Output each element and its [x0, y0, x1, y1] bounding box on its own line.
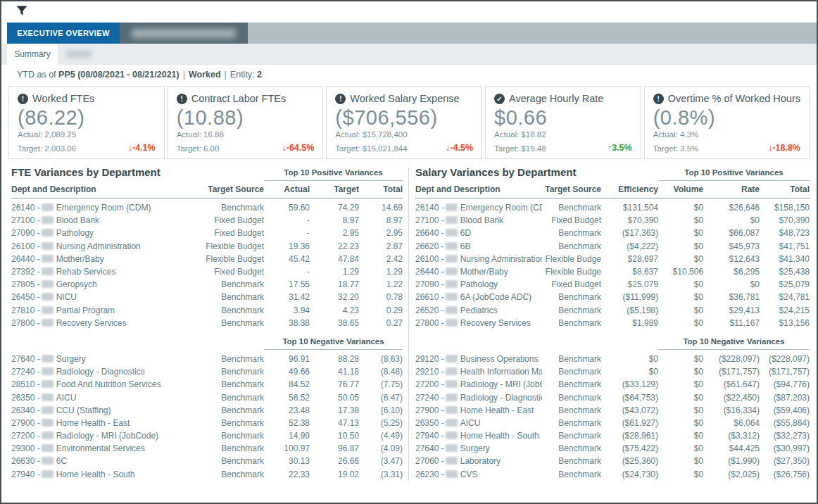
table-row: 27090 -Pathology Fixed Budget - 2.95 2.9…: [11, 227, 403, 239]
total-cell: 2.87: [359, 241, 403, 251]
total-cell: ($171,757): [760, 367, 810, 377]
col-dept-description: Dept and Description: [11, 184, 194, 194]
redacted-text: [42, 255, 54, 263]
volume-cell: $0: [658, 405, 703, 415]
redacted-text: [42, 470, 54, 478]
dept-name: Emergency Room (CDM): [460, 203, 542, 213]
table-row: 27240 -Radiology - Diagnostics Benchmark…: [11, 365, 403, 378]
rate-cell: $36,781: [703, 292, 760, 302]
rate-cell: $0: [703, 215, 760, 225]
kpi-target: Target: 3.5%: [653, 144, 699, 153]
redacted-text: [42, 431, 54, 439]
volume-cell: $0: [658, 254, 703, 264]
kpi-delta-badge: ↓-18.8%: [768, 143, 800, 153]
total-cell: 0.78: [359, 292, 403, 302]
subtab-redacted[interactable]: [58, 44, 100, 65]
target-cell: 74.29: [310, 203, 359, 213]
target-source-cell: Benchmark: [542, 305, 601, 315]
total-cell: $41,340: [760, 254, 810, 264]
table-row: 29300 -Environmental Services Benchmark …: [11, 442, 403, 455]
kpi-cards: ! Worked FTEs (86.22) Actual: 2,089.29 T…: [1, 84, 817, 159]
total-cell: 1.22: [359, 279, 403, 289]
tab-summary[interactable]: Summary: [7, 44, 58, 65]
target-source-cell: Benchmark: [194, 418, 264, 428]
kpi-title: Worked Salary Expense: [350, 93, 459, 104]
salary-table-title: Salary Variances by Department: [415, 166, 658, 181]
target-source-cell: Benchmark: [194, 318, 264, 328]
redacted-text: [42, 380, 54, 388]
dept-name: Recovery Services: [460, 318, 531, 328]
actual-cell: 96.91: [264, 354, 310, 364]
kpi-card[interactable]: ! Worked Salary Expense ($706,556) Actua…: [326, 86, 482, 159]
total-cell: $158,150: [760, 203, 810, 213]
dept-name: 6A (JobCode ADC): [460, 292, 531, 302]
kpi-target: Target: 2,003.06: [18, 144, 76, 153]
table-row: 29210 -Health Information Management Ben…: [415, 365, 810, 378]
redacted-text: [42, 444, 54, 452]
efficiency-cell: $25,079: [601, 279, 658, 289]
table-row: 26630 -6C Benchmark 30.13 26.66 (3.47): [11, 455, 403, 467]
target-cell: 10.50: [310, 431, 359, 441]
dept-name: Pediatrics: [460, 305, 498, 315]
redacted-subtab-label: [66, 50, 92, 58]
table-row: 27640 -Surgery Benchmark ($75,422) $0 $4…: [415, 442, 810, 455]
kpi-card[interactable]: ! Contract Labor FTEs (10.88) Actual: 16…: [168, 86, 324, 159]
dept-name: Radiology - MRI (JobCode): [56, 431, 158, 441]
col-dept-description: Dept and Description: [415, 184, 542, 194]
target-source-cell: Benchmark: [194, 279, 264, 289]
actual-cell: 23.48: [264, 405, 310, 415]
volume-cell: $0: [658, 431, 703, 441]
target-source-cell: Benchmark: [542, 418, 601, 428]
target-cell: 47.13: [310, 418, 359, 428]
dept-name: Blood Bank: [460, 215, 503, 225]
kpi-card[interactable]: ✓ Average Hourly Rate $0.66 Actual: $18.…: [485, 86, 641, 159]
dept-name: Mother/Baby: [56, 254, 104, 264]
redacted-text: [42, 419, 54, 427]
dept-name: Geropsych: [56, 279, 97, 289]
redacted-text: [446, 216, 458, 224]
actual-cell: 30.13: [264, 456, 310, 466]
dept-name: Pathology: [56, 228, 94, 238]
kpi-card[interactable]: ! Overtime % of Worked Hours (0.8%) Actu…: [644, 86, 810, 159]
actual-cell: 22.33: [264, 470, 310, 479]
total-cell: 1.29: [359, 267, 403, 277]
filter-icon[interactable]: [16, 6, 27, 18]
efficiency-cell: $28,697: [601, 254, 658, 264]
table-row: 26450 -NICU Benchmark 31.42 32.20 0.78: [11, 291, 403, 303]
dept-name: Laboratory: [460, 456, 501, 466]
table-row: 27060 -Laboratory Benchmark ($25,360) $0…: [415, 455, 810, 467]
rate-cell: ($2,025): [703, 470, 760, 479]
table-row: 26610 -6A (JobCode ADC) Benchmark ($11,9…: [415, 291, 810, 303]
total-cell: (3.31): [359, 470, 403, 479]
efficiency-cell: ($28,961): [601, 431, 658, 441]
target-source-cell: Benchmark: [194, 470, 264, 479]
efficiency-cell: ($61,927): [601, 418, 658, 428]
table-row: 27805 -Geropsych Benchmark 17.55 18.77 1…: [11, 278, 403, 291]
volume-cell: $0: [658, 367, 703, 377]
col-total: Total: [359, 184, 403, 194]
kpi-variance-value: ($706,556): [335, 106, 473, 130]
total-cell: (4.49): [359, 431, 403, 441]
kpi-actual: Actual: 16.88: [177, 130, 315, 139]
target-source-cell: Fixed Budget: [194, 267, 264, 277]
tab-executive-overview[interactable]: EXECUTIVE OVERVIEW: [7, 23, 120, 44]
total-cell: $24,781: [760, 292, 810, 302]
tab-redacted[interactable]: [120, 23, 248, 44]
fte-column-headers: Dept and Description Target Source Actua…: [11, 181, 403, 199]
dept-name: CCU (Staffing): [56, 405, 111, 415]
rate-cell: $11,167: [703, 318, 760, 328]
efficiency-cell: $1,989: [601, 318, 658, 328]
redacted-text: [446, 306, 458, 314]
target-source-cell: Benchmark: [542, 318, 601, 328]
target-cell: 88.28: [310, 354, 359, 364]
table-row: 27810 -Partial Program Benchmark 3.94 4.…: [11, 304, 403, 317]
total-cell: ($30,997): [760, 443, 810, 453]
efficiency-cell: $70,390: [601, 215, 658, 225]
redacted-text: [446, 393, 458, 401]
actual-cell: -: [264, 215, 310, 225]
kpi-card[interactable]: ! Worked FTEs (86.22) Actual: 2,089.29 T…: [8, 86, 165, 159]
volume-cell: $0: [658, 228, 703, 238]
target-cell: 19.02: [310, 470, 359, 479]
dept-name: CVS: [460, 470, 478, 479]
target-source-cell: Benchmark: [194, 292, 264, 302]
